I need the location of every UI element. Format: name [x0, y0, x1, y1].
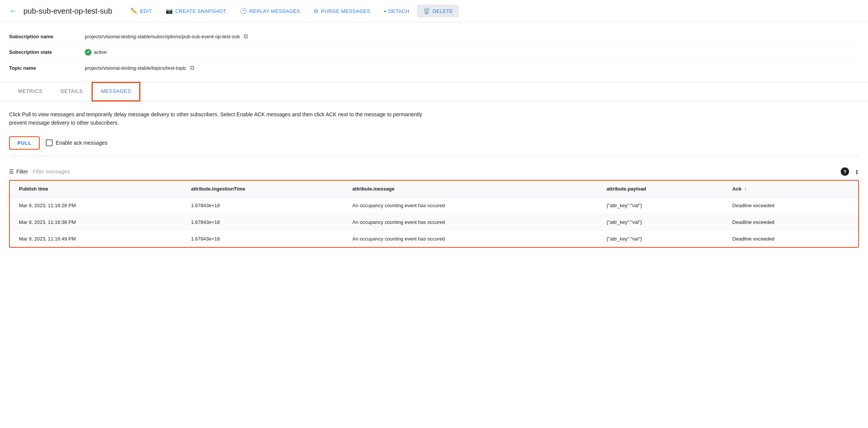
status-badge: active — [85, 49, 107, 56]
messages-table: Publish time attribute.ingestionTime att… — [10, 181, 858, 247]
edit-icon: ✏️ — [131, 8, 138, 14]
tab-metrics[interactable]: METRICS — [9, 82, 51, 101]
filter-icon: ☰ — [9, 169, 14, 175]
copy-topic-name-icon[interactable]: ⧉ — [189, 64, 195, 72]
filter-placeholder[interactable]: Filter messages — [33, 169, 70, 175]
cell-message: An occupancy counting event has occured — [346, 197, 600, 214]
tab-messages[interactable]: MESSAGES — [92, 82, 140, 101]
enable-ack-label[interactable]: Enable ack messages — [46, 139, 107, 146]
subscription-name-label: Subscription name — [9, 34, 85, 39]
col-message: attribute.message — [346, 181, 600, 197]
create-snapshot-button[interactable]: 📷 CREATE SNAPSHOT — [160, 5, 232, 17]
filter-right: ? ⫾ — [841, 167, 859, 176]
tab-details[interactable]: DETAILS — [51, 82, 92, 101]
topic-name-link[interactable]: projects/visionai-testing-stable/topics/… — [85, 65, 186, 71]
edit-button[interactable]: ✏️ EDIT — [124, 5, 158, 17]
page-title: pub-sub-event-op-test-sub — [23, 7, 112, 16]
status-dot-icon — [85, 49, 92, 56]
messages-table-container: Publish time attribute.ingestionTime att… — [9, 180, 859, 248]
info-section: Subscription name projects/visionai-test… — [0, 22, 868, 82]
tabs-section: METRICS DETAILS MESSAGES — [0, 82, 868, 101]
header-actions: ✏️ EDIT 📷 CREATE SNAPSHOT 🕐 REPLAY MESSA… — [124, 5, 459, 17]
snapshot-icon: 📷 — [166, 8, 173, 14]
subscription-name-row: Subscription name projects/visionai-test… — [9, 28, 859, 45]
col-publish-time: Publish time — [10, 181, 185, 197]
detach-icon: ▪ — [384, 8, 386, 14]
table-row: Mar 9, 2023, 11:16:49 PM1.67843e+18An oc… — [10, 230, 858, 247]
col-payload: attribute.payload — [600, 181, 726, 197]
detach-button[interactable]: ▪ DETACH — [378, 5, 415, 17]
replay-icon: 🕐 — [240, 8, 247, 14]
cell-publish_time: Mar 9, 2023, 11:16:28 PM — [10, 197, 185, 214]
delete-button[interactable]: 🗑️ DELETE — [417, 5, 459, 17]
col-ingestion-time: attribute.ingestionTime — [185, 181, 347, 197]
purge-icon: ⊖ — [314, 8, 319, 14]
page-header: ← pub-sub-event-op-test-sub ✏️ EDIT 📷 CR… — [0, 0, 868, 22]
cell-ingestion_time: 1.67843e+18 — [185, 230, 347, 247]
cell-ack: Deadline exceeded — [726, 197, 858, 214]
filter-row: ☰ Filter Filter messages ? ⫾ — [9, 164, 859, 180]
pull-button[interactable]: PULL — [9, 136, 40, 150]
columns-icon[interactable]: ⫾ — [855, 167, 859, 176]
cell-message: An occupancy counting event has occured — [346, 214, 600, 230]
description-text: Click Pull to view messages and temporar… — [9, 110, 425, 127]
filter-left: ☰ Filter Filter messages — [9, 169, 70, 175]
table-row: Mar 9, 2023, 11:16:38 PM1.67843e+18An oc… — [10, 214, 858, 230]
sort-ack-icon: ↑ — [744, 186, 747, 192]
subscription-state-label: Subscription state — [9, 49, 85, 55]
subscription-state-value: active — [85, 49, 107, 56]
cell-ingestion_time: 1.67843e+18 — [185, 214, 347, 230]
content-area: Click Pull to view messages and temporar… — [0, 101, 868, 248]
subscription-name-value: projects/visionai-testing-stable/subscri… — [85, 32, 249, 41]
cell-publish_time: Mar 9, 2023, 11:16:49 PM — [10, 230, 185, 247]
cell-payload: {"attr_key":"val"} — [600, 197, 726, 214]
cell-publish_time: Mar 9, 2023, 11:16:38 PM — [10, 214, 185, 230]
help-icon[interactable]: ? — [841, 167, 849, 176]
replay-messages-button[interactable]: 🕐 REPLAY MESSAGES — [234, 5, 306, 17]
table-row: Mar 9, 2023, 11:16:28 PM1.67843e+18An oc… — [10, 197, 858, 214]
enable-ack-checkbox[interactable] — [46, 139, 53, 146]
cell-ack: Deadline exceeded — [726, 230, 858, 247]
pull-section: PULL Enable ack messages — [9, 136, 859, 156]
cell-payload: {"attr_key":"val"} — [600, 214, 726, 230]
topic-name-row: Topic name projects/visionai-testing-sta… — [9, 60, 859, 76]
topic-name-value: projects/visionai-testing-stable/topics/… — [85, 64, 195, 72]
subscription-state-row: Subscription state active — [9, 45, 859, 60]
col-ack[interactable]: Ack ↑ — [726, 181, 858, 197]
copy-subscription-name-icon[interactable]: ⧉ — [243, 32, 249, 41]
topic-name-label: Topic name — [9, 65, 85, 71]
cell-payload: {"attr_key":"val"} — [600, 230, 726, 247]
cell-message: An occupancy counting event has occured — [346, 230, 600, 247]
cell-ingestion_time: 1.67843e+18 — [185, 197, 347, 214]
table-header-row: Publish time attribute.ingestionTime att… — [10, 181, 858, 197]
back-button[interactable]: ← — [9, 6, 17, 16]
delete-icon: 🗑️ — [423, 8, 431, 14]
cell-ack: Deadline exceeded — [726, 214, 858, 230]
purge-messages-button[interactable]: ⊖ PURGE MESSAGES — [308, 5, 376, 17]
filter-button[interactable]: ☰ Filter — [9, 169, 28, 175]
